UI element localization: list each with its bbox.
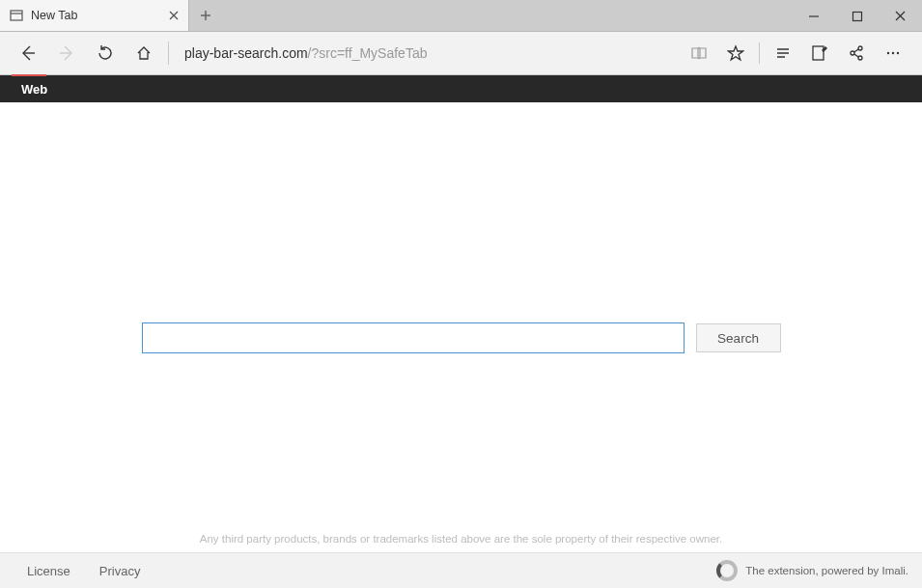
address-bar[interactable]: play-bar-search.com/?src=ff_MySafeTab <box>181 37 676 70</box>
minimize-button[interactable] <box>792 0 835 32</box>
svg-line-19 <box>854 49 859 52</box>
forward-button[interactable] <box>50 37 83 70</box>
page-content: Search Any third party products, brands … <box>0 102 922 552</box>
svg-rect-7 <box>852 12 861 20</box>
tab-accent <box>12 74 46 76</box>
home-button[interactable] <box>127 37 160 70</box>
address-path: /?src=ff_MySafeTab <box>308 45 428 61</box>
browser-toolbar: play-bar-search.com/?src=ff_MySafeTab <box>0 32 922 75</box>
maximize-button[interactable] <box>835 0 879 32</box>
svg-rect-0 <box>11 11 22 20</box>
svg-point-23 <box>897 52 899 54</box>
tab-title: New Tab <box>31 9 159 22</box>
svg-rect-15 <box>813 46 824 60</box>
share-icon[interactable] <box>839 36 874 70</box>
svg-point-17 <box>858 46 862 50</box>
site-navbar: Web <box>0 75 922 102</box>
web-note-icon[interactable] <box>802 36 837 70</box>
provider-logo-icon <box>716 560 738 581</box>
toolbar-right <box>682 36 910 70</box>
new-tab-button[interactable] <box>189 0 222 31</box>
svg-point-16 <box>851 51 854 55</box>
page-icon <box>10 9 23 22</box>
browser-tab[interactable]: New Tab <box>0 0 189 31</box>
svg-point-18 <box>858 56 862 60</box>
close-tab-icon[interactable] <box>167 9 181 22</box>
hub-icon[interactable] <box>766 36 800 70</box>
separator <box>168 42 169 65</box>
svg-point-22 <box>892 52 894 54</box>
reading-view-icon[interactable] <box>682 36 716 70</box>
search-input[interactable] <box>142 322 685 353</box>
close-window-button[interactable] <box>879 0 922 32</box>
search-button[interactable]: Search <box>696 323 781 352</box>
web-tab[interactable]: Web <box>14 78 55 100</box>
window-controls <box>792 0 922 32</box>
footer-credit: The extension, powered by Imali. <box>716 560 908 581</box>
license-link[interactable]: License <box>27 564 70 578</box>
svg-point-21 <box>887 52 889 54</box>
privacy-link[interactable]: Privacy <box>99 564 141 578</box>
titlebar: New Tab <box>0 0 922 32</box>
address-host: play-bar-search.com <box>184 45 308 61</box>
more-icon[interactable] <box>876 36 910 70</box>
footer-bar: License Privacy The extension, powered b… <box>0 552 922 588</box>
footer-credit-text: The extension, powered by Imali. <box>745 565 908 576</box>
disclaimer-text: Any third party products, brands or trad… <box>0 533 922 545</box>
svg-line-20 <box>854 54 859 57</box>
favorite-star-icon[interactable] <box>718 36 753 70</box>
back-button[interactable] <box>12 37 44 70</box>
separator <box>759 42 760 64</box>
search-wrap: Search <box>142 322 781 353</box>
refresh-button[interactable] <box>89 37 122 70</box>
